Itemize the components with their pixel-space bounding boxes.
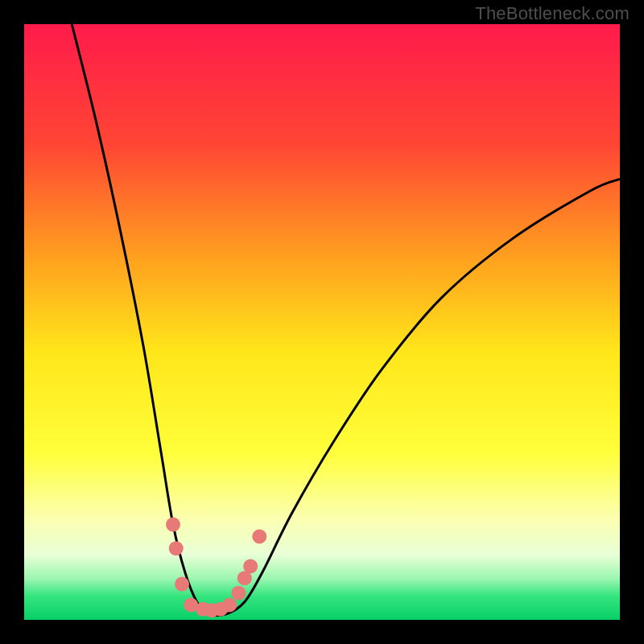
curve-dot [231, 586, 246, 601]
watermark-text: TheBottleneck.com [475, 3, 630, 24]
curve-dot [166, 518, 180, 532]
curve-dot [243, 559, 258, 573]
plot-background [24, 24, 620, 620]
curve-dot [175, 577, 189, 592]
curve-dot [169, 541, 184, 555]
chart-frame: TheBottleneck.com [0, 0, 644, 644]
bottleneck-chart [0, 0, 644, 644]
curve-dot [252, 529, 266, 543]
curve-dot [222, 598, 237, 613]
